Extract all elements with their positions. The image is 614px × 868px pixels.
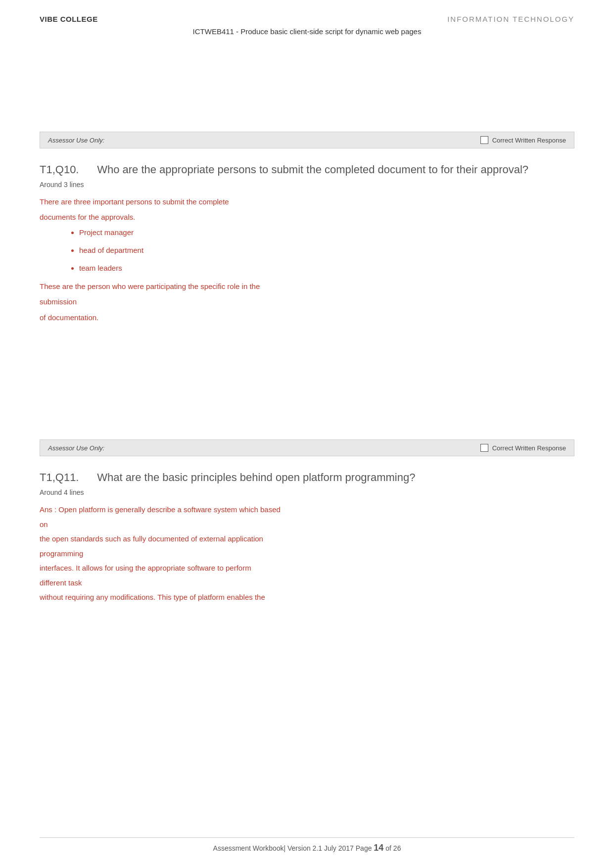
q10-title: T1,Q10. Who are the appropriate persons … (40, 162, 574, 178)
college-name: VIBE COLLEGE (40, 15, 98, 23)
q11-section: T1,Q11. What are the basic principles be… (40, 470, 574, 603)
q10-answer-line3: These are the person who were participat… (40, 280, 574, 293)
q10-question: Who are the appropriate persons to submi… (97, 163, 528, 176)
q10-answer-line1: There are three important persons to sub… (40, 195, 574, 208)
q10-section: T1,Q10. Who are the appropriate persons … (40, 162, 574, 324)
assessor-label-1: Assessor Use Only: (48, 137, 104, 144)
page-header: VIBE COLLEGE INFORMATION TECHNOLOGY ICTW… (40, 15, 574, 36)
header-spacer (40, 41, 574, 120)
footer-text2: of 26 (383, 844, 401, 852)
q10-bullet1: Project manager (79, 227, 574, 239)
q11-answer-line1: Ans : Open platform is generally describ… (40, 503, 574, 516)
q11-answer-line4: programming (40, 547, 574, 560)
q11-answer-line3: the open standards such as fully documen… (40, 532, 574, 545)
q11-number: T1,Q11. (40, 471, 79, 483)
page: VIBE COLLEGE INFORMATION TECHNOLOGY ICTW… (0, 0, 614, 868)
correct-written-response-label-1: Correct Written Response (492, 137, 566, 144)
checkbox-1[interactable] (480, 136, 488, 144)
q11-around: Around 4 lines (40, 488, 574, 496)
q10-bullet2: head of department (79, 244, 574, 256)
q10-answer-line5: of documentation. (40, 311, 574, 324)
correct-written-response-label-2: Correct Written Response (492, 444, 566, 452)
course-title: ICTWEB411 - Produce basic client-side sc… (40, 27, 574, 36)
q10-bullet3: team leaders (79, 262, 574, 274)
page-footer: Assessment Workbook| Version 2.1 July 20… (40, 837, 574, 853)
q10-answer-line2: documents for the approvals. (40, 211, 574, 224)
assessor-bar-1: Assessor Use Only: Correct Written Respo… (40, 132, 574, 148)
q11-answer-line7: without requiring any modifications. Thi… (40, 591, 574, 604)
q11-title: T1,Q11. What are the basic principles be… (40, 470, 574, 485)
q10-bullet-list: Project manager head of department team … (79, 227, 574, 274)
q10-number: T1,Q10. (40, 163, 79, 176)
department-name: INFORMATION TECHNOLOGY (447, 15, 574, 23)
q11-question: What are the basic principles behind ope… (97, 471, 415, 483)
assessor-label-2: Assessor Use Only: (48, 444, 104, 452)
q11-answer-line6: different task (40, 577, 574, 589)
q10-answer-line4: submission (40, 295, 574, 308)
correct-written-response-2: Correct Written Response (480, 444, 566, 452)
footer-page-num: 14 (374, 843, 383, 853)
q10-spacer (40, 329, 574, 428)
header-top-row: VIBE COLLEGE INFORMATION TECHNOLOGY (40, 15, 574, 23)
q11-answer-line5: interfaces. It allows for using the appr… (40, 562, 574, 575)
correct-written-response-1: Correct Written Response (480, 136, 566, 144)
q11-answer-line2: on (40, 518, 574, 531)
checkbox-2[interactable] (480, 444, 488, 452)
assessor-bar-2: Assessor Use Only: Correct Written Respo… (40, 439, 574, 456)
footer-text1: Assessment Workbook| Version 2.1 July 20… (213, 844, 374, 852)
q10-around: Around 3 lines (40, 181, 574, 189)
